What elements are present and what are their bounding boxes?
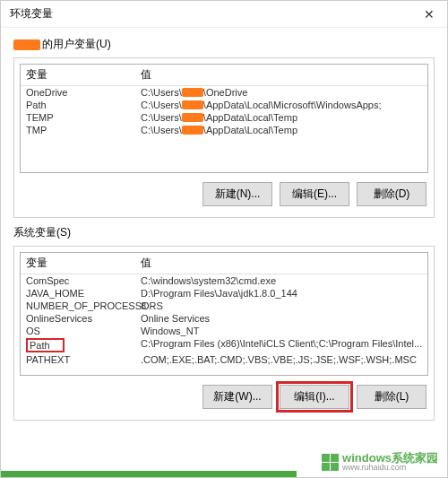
user-vars-panel: 变量 值 OneDrive C:\Users\\OneDrive Path C:… (13, 57, 435, 218)
redacted-username (182, 100, 203, 109)
list-item[interactable]: OnlineServices Online Services (21, 312, 427, 325)
list-item[interactable]: TEMP C:\Users\\AppData\Local\Temp (21, 111, 427, 124)
user-delete-button[interactable]: 删除(D) (357, 182, 426, 206)
sys-btn-row: 新建(W)... 编辑(I)... 删除(L) (20, 376, 428, 414)
list-item[interactable]: NUMBER_OF_PROCESSORS 8 (21, 300, 427, 312)
sys-delete-button[interactable]: 删除(L) (357, 385, 426, 409)
sys-vars-panel: 变量 值 ComSpec C:\windows\system32\cmd.exe… (13, 246, 435, 421)
redacted-username (182, 126, 203, 135)
user-vars-label: 的用户变量(U) (13, 37, 435, 52)
list-item[interactable]: ComSpec C:\windows\system32\cmd.exe (21, 274, 427, 287)
user-vars-list[interactable]: 变量 值 OneDrive C:\Users\\OneDrive Path C:… (20, 64, 428, 173)
list-item[interactable]: JAVA_HOME D:\Program Files\Java\jdk1.8.0… (21, 287, 427, 300)
watermark-bar (1, 471, 297, 477)
redacted-username (13, 39, 40, 50)
env-vars-dialog: 环境变量 ✕ 的用户变量(U) 变量 值 OneDrive C:\Users\\… (0, 0, 448, 478)
col-header-name[interactable]: 变量 (21, 67, 135, 83)
list-item[interactable]: PATHEXT .COM;.EXE;.BAT;.CMD;.VBS;.VBE;.J… (21, 353, 427, 366)
window-title: 环境变量 (10, 6, 53, 22)
sys-new-button[interactable]: 新建(W)... (202, 385, 272, 409)
list-item[interactable]: Path C:\Users\\AppData\Local\Microsoft\W… (21, 99, 427, 111)
dialog-body: 的用户变量(U) 变量 值 OneDrive C:\Users\\OneDriv… (1, 28, 447, 421)
sys-edit-button[interactable]: 编辑(I)... (280, 385, 349, 409)
user-new-button[interactable]: 新建(N)... (202, 182, 272, 206)
col-header-name[interactable]: 变量 (21, 256, 135, 271)
col-header-value[interactable]: 值 (135, 256, 427, 271)
redacted-username (182, 88, 203, 97)
list-item[interactable]: OS Windows_NT (21, 325, 427, 337)
col-header-value[interactable]: 值 (135, 67, 427, 83)
user-edit-button[interactable]: 编辑(E)... (280, 182, 349, 206)
user-btn-row: 新建(N)... 编辑(E)... 删除(D) (20, 173, 428, 212)
watermark-url: www.ruhaidu.com (342, 464, 438, 472)
watermark: windows系统家园 www.ruhaidu.com (322, 452, 438, 472)
sys-vars-list[interactable]: 变量 值 ComSpec C:\windows\system32\cmd.exe… (20, 252, 428, 376)
highlight-path: Path (26, 338, 65, 352)
list-item[interactable]: TMP C:\Users\\AppData\Local\Temp (21, 124, 427, 136)
list-item-path[interactable]: Path C:\Program Files (x86)\Intel\iCLS C… (21, 337, 427, 353)
close-icon[interactable]: ✕ (411, 1, 447, 28)
list-item[interactable]: OneDrive C:\Users\\OneDrive (21, 86, 427, 99)
titlebar: 环境变量 ✕ (1, 1, 447, 28)
sys-list-header: 变量 值 (21, 253, 427, 274)
redacted-username (182, 113, 203, 122)
user-list-header: 变量 值 (21, 65, 427, 86)
sys-vars-label: 系统变量(S) (13, 225, 435, 240)
windows-icon (322, 454, 339, 471)
